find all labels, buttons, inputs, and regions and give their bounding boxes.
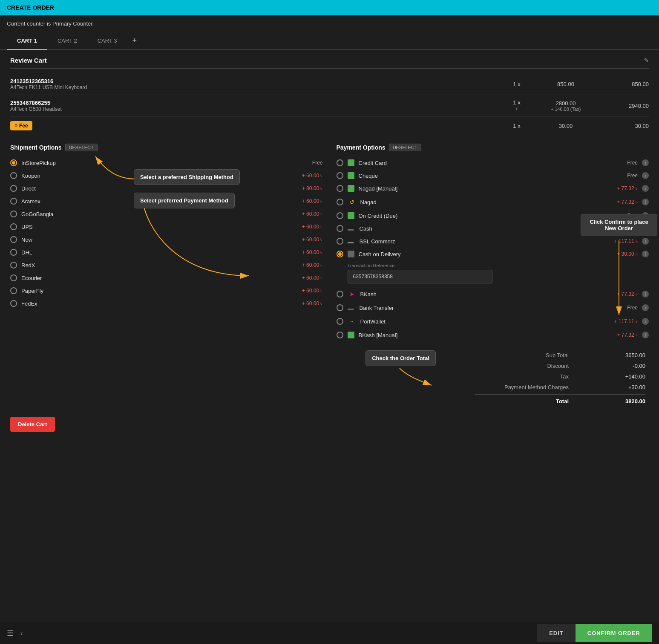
confirm-order-btn[interactable]: CONFIRM ORDER bbox=[576, 624, 652, 642]
review-cart-title: Review Cart bbox=[10, 57, 47, 64]
fee-item-total: 30.00 bbox=[598, 123, 649, 129]
ship-koopon[interactable]: Koopon + 60.00 ৳ bbox=[10, 169, 323, 182]
ship-redx[interactable]: RedX + 60.00 ৳ bbox=[10, 259, 323, 271]
back-icon[interactable]: ‹ bbox=[20, 630, 23, 637]
pay-cheque[interactable]: Cheque Free i bbox=[337, 169, 649, 182]
pay-cheque-radio[interactable] bbox=[337, 172, 343, 179]
pay-portwallet-info[interactable]: i bbox=[642, 318, 649, 325]
pay-cod-label: Cash on Delivery bbox=[359, 251, 613, 257]
pay-nagadmanual-radio[interactable] bbox=[337, 185, 343, 192]
pay-bkash-radio[interactable] bbox=[337, 291, 343, 297]
pay-creditcard-icon bbox=[348, 159, 354, 166]
pay-portwallet[interactable]: ~ PortWallet + 117.11 ৳ i bbox=[337, 314, 649, 329]
pay-oncredit-info[interactable]: i bbox=[642, 212, 649, 219]
ship-gogobangla-radio[interactable] bbox=[10, 211, 17, 217]
pay-bkashmanual-radio[interactable] bbox=[337, 332, 343, 338]
pay-bkash-info[interactable]: i bbox=[642, 291, 649, 297]
pay-ssl[interactable]: SSL Commerz + 117.11 ৳ i bbox=[337, 235, 649, 248]
pay-banktransfer-icon bbox=[348, 309, 354, 310]
pay-ssl-icon bbox=[348, 242, 354, 243]
shipment-deselect-btn[interactable]: DESELECT bbox=[65, 144, 98, 151]
pay-nagad-info[interactable]: i bbox=[642, 199, 649, 205]
ship-instore-radio[interactable] bbox=[10, 159, 17, 166]
pay-nagad-radio[interactable] bbox=[337, 199, 343, 205]
tab-cart1[interactable]: CART 1 bbox=[7, 32, 47, 50]
ship-paperfly[interactable]: PaperFly + 60.00 ৳ bbox=[10, 284, 323, 297]
payment-deselect-btn[interactable]: DESELECT bbox=[389, 144, 421, 151]
pay-nagadmanual[interactable]: Nagad [Manual] + 77.32 ৳ i bbox=[337, 182, 649, 195]
pay-cheque-info[interactable]: i bbox=[642, 172, 649, 179]
fee-badge[interactable]: ≡ Fee bbox=[10, 121, 32, 130]
ship-redx-radio[interactable] bbox=[10, 262, 17, 269]
ship-ecourier-radio[interactable] bbox=[10, 274, 17, 281]
subtotal-label: Sub Total bbox=[475, 352, 569, 358]
ship-instore-price: Free bbox=[312, 160, 323, 166]
pay-cod-radio[interactable] bbox=[337, 251, 343, 257]
pay-cheque-icon bbox=[348, 172, 354, 179]
ship-aramex-label: Aramex bbox=[21, 198, 298, 205]
tab-cart3[interactable]: CART 3 bbox=[87, 32, 127, 50]
edit-icon[interactable]: ✎ bbox=[644, 57, 649, 64]
payment-options: Payment Options DESELECT Credit Card Fre… bbox=[337, 144, 649, 341]
pay-creditcard-radio[interactable] bbox=[337, 159, 343, 166]
pay-creditcard-info[interactable]: i bbox=[642, 159, 649, 166]
cart-item-1-sku: 24123512365316 bbox=[10, 78, 500, 84]
bottom-left: ☰ ‹ bbox=[7, 629, 23, 638]
ship-direct-radio[interactable] bbox=[10, 185, 17, 192]
pay-creditcard[interactable]: Credit Card Free i bbox=[337, 156, 649, 169]
ship-instore-label: InStorePickup bbox=[21, 160, 308, 166]
ship-ups[interactable]: UPS + 60.00 ৳ bbox=[10, 220, 323, 233]
pay-cash-radio[interactable] bbox=[337, 225, 343, 232]
pay-cash-info[interactable]: i bbox=[642, 225, 649, 232]
pay-banktransfer-radio[interactable] bbox=[337, 304, 343, 311]
pay-cod-info[interactable]: i bbox=[642, 251, 649, 257]
pay-oncredit-radio[interactable] bbox=[337, 212, 343, 219]
ship-aramex[interactable]: Aramex + 60.00 ৳ bbox=[10, 195, 323, 208]
ship-direct-price: + 80.00 ৳ bbox=[302, 185, 323, 191]
ship-dhl[interactable]: DHL + 60.00 ৳ bbox=[10, 246, 323, 259]
pay-ssl-info[interactable]: i bbox=[642, 238, 649, 245]
pay-nagadmanual-info[interactable]: i bbox=[642, 185, 649, 192]
total-payment-charges-row: Payment Method Charges +30.00 bbox=[475, 382, 645, 393]
pay-bkashmanual[interactable]: BKash [Manual] + 77.32 ৳ i bbox=[337, 329, 649, 341]
fee-item-qty: 1 x bbox=[500, 123, 534, 129]
ship-fedex-price: + 60.00 ৳ bbox=[302, 300, 323, 306]
pay-cash[interactable]: Cash Free i bbox=[337, 222, 649, 235]
pay-bkashmanual-info[interactable]: i bbox=[642, 332, 649, 338]
ship-paperfly-radio[interactable] bbox=[10, 287, 17, 294]
pay-oncredit-label: On Credit (Due) bbox=[359, 213, 623, 219]
pay-cod[interactable]: Cash on Delivery + 30.00 ৳ i bbox=[337, 248, 649, 260]
pay-bkash[interactable]: ➤ BKash + 77.32 ৳ i bbox=[337, 287, 649, 301]
ship-direct[interactable]: Direct + 80.00 ৳ bbox=[10, 182, 323, 195]
pay-nagad[interactable]: ↺ Nagad + 77.32 ৳ i bbox=[337, 195, 649, 209]
pay-ssl-radio[interactable] bbox=[337, 238, 343, 245]
pay-oncredit[interactable]: On Credit (Due) Free i bbox=[337, 209, 649, 222]
ship-fedex-radio[interactable] bbox=[10, 300, 17, 307]
tab-add[interactable]: + bbox=[127, 32, 142, 49]
pay-cash-icon bbox=[348, 229, 354, 231]
ship-dhl-radio[interactable] bbox=[10, 249, 17, 256]
ship-koopon-radio[interactable] bbox=[10, 172, 17, 179]
ship-instore[interactable]: InStorePickup Free bbox=[10, 156, 323, 169]
ship-now[interactable]: Now + 60.00 ৳ bbox=[10, 233, 323, 246]
pay-portwallet-radio[interactable] bbox=[337, 318, 343, 325]
top-bar-title: CREATE ORDER bbox=[7, 4, 54, 11]
pay-banktransfer-info[interactable]: i bbox=[642, 304, 649, 311]
ship-fedex[interactable]: FedEx + 60.00 ৳ bbox=[10, 297, 323, 310]
ship-gogobangla-price: + 60.00 ৳ bbox=[302, 211, 323, 217]
ship-aramex-radio[interactable] bbox=[10, 198, 17, 205]
payment-charges-value: +30.00 bbox=[603, 384, 645, 390]
pay-ssl-label: SSL Commerz bbox=[360, 238, 610, 245]
ship-gogobangla[interactable]: GoGoBangla + 60.00 ৳ bbox=[10, 208, 323, 220]
edit-btn[interactable]: EDIT bbox=[537, 624, 576, 642]
ship-ups-radio[interactable] bbox=[10, 223, 17, 230]
pay-creditcard-label: Credit Card bbox=[359, 160, 623, 166]
hamburger-icon[interactable]: ☰ bbox=[7, 629, 14, 638]
delete-cart-btn[interactable]: Delete Cart bbox=[10, 417, 55, 432]
pay-banktransfer[interactable]: Bank Transfer Free i bbox=[337, 301, 649, 314]
ship-ecourier[interactable]: Ecourier + 60.00 ৳ bbox=[10, 271, 323, 284]
transaction-ref-input[interactable] bbox=[348, 270, 492, 283]
tab-cart2[interactable]: CART 2 bbox=[47, 32, 87, 50]
ship-now-radio[interactable] bbox=[10, 236, 17, 243]
tabs-row: CART 1 CART 2 CART 3 + bbox=[0, 32, 659, 50]
